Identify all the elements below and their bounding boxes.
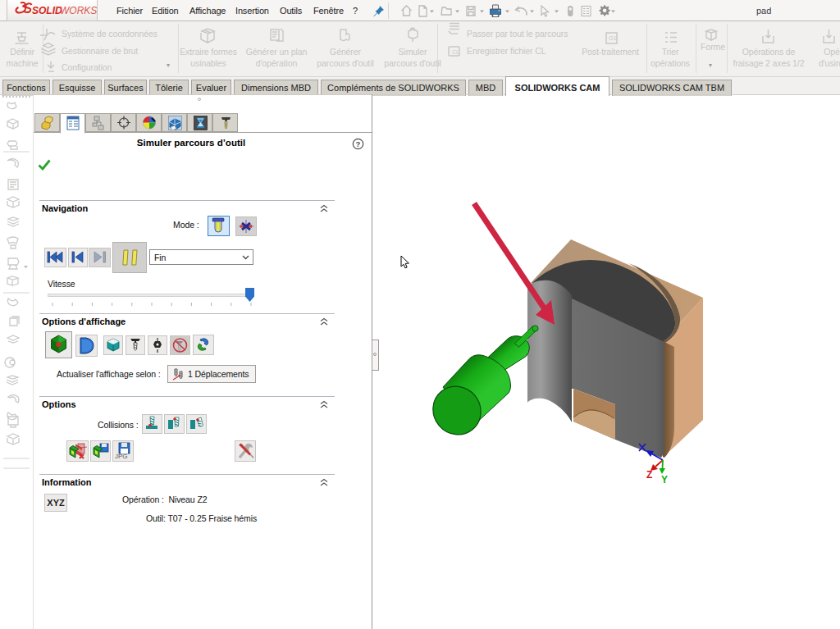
svg-text:Z: Z — [646, 469, 652, 481]
svg-text:G1: G1 — [609, 35, 616, 41]
svg-text:CL: CL — [452, 49, 459, 55]
svg-text:Y: Y — [661, 474, 668, 485]
svg-text:JPG: JPG — [115, 453, 128, 460]
svg-text:WORKS: WORKS — [60, 5, 97, 16]
svg-text:SOLID: SOLID — [32, 5, 62, 16]
svg-text:?: ? — [356, 139, 361, 148]
